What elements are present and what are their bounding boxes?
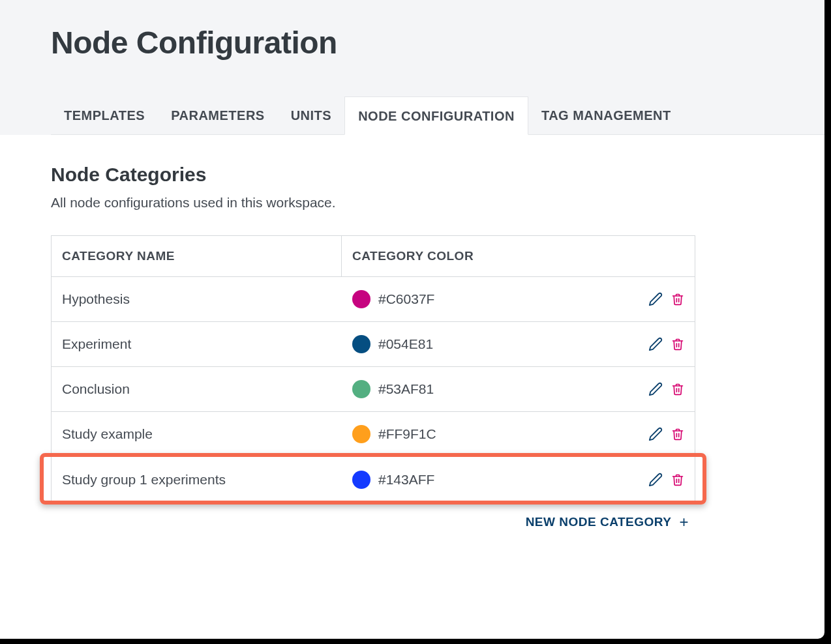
category-name: Study example (52, 426, 342, 442)
category-color: #143AFF (342, 471, 695, 489)
color-swatch (352, 425, 370, 443)
tabs: TEMPLATESPARAMETERSUNITSNODE CONFIGURATI… (51, 96, 824, 135)
delete-icon[interactable] (670, 381, 686, 397)
row-actions (648, 426, 686, 442)
row-actions (648, 381, 686, 397)
plus-icon: + (679, 514, 689, 530)
delete-icon[interactable] (670, 426, 686, 442)
color-hex-label: #FF9F1C (378, 426, 436, 442)
table-row: Study example#FF9F1C (52, 412, 695, 457)
color-swatch (352, 380, 370, 398)
delete-icon[interactable] (670, 472, 686, 488)
category-name: Hypothesis (52, 291, 342, 307)
color-hex-label: #143AFF (378, 472, 434, 488)
tab-tag-management[interactable]: TAG MANAGEMENT (528, 96, 684, 135)
row-actions (648, 291, 686, 307)
tab-parameters[interactable]: PARAMETERS (158, 96, 278, 135)
delete-icon[interactable] (670, 291, 686, 307)
table-header-row: CATEGORY NAME CATEGORY COLOR (52, 236, 695, 277)
edit-icon[interactable] (648, 426, 663, 442)
delete-icon[interactable] (670, 336, 686, 352)
edit-icon[interactable] (648, 336, 663, 352)
new-category-label: NEW NODE CATEGORY (526, 515, 672, 529)
category-color: #C6037F (342, 290, 695, 308)
category-name: Study group 1 experiments (52, 472, 342, 488)
color-hex-label: #53AF81 (378, 381, 434, 397)
tab-templates[interactable]: TEMPLATES (51, 96, 158, 135)
category-name: Experiment (52, 336, 342, 352)
table-row: Conclusion#53AF81 (52, 367, 695, 412)
category-color: #53AF81 (342, 380, 695, 398)
color-swatch (352, 471, 370, 489)
category-color: #054E81 (342, 335, 695, 353)
category-name: Conclusion (52, 381, 342, 397)
page-title: Node Configuration (51, 25, 824, 61)
edit-icon[interactable] (648, 381, 663, 397)
tab-node-configuration[interactable]: NODE CONFIGURATION (344, 96, 528, 135)
category-color: #FF9F1C (342, 425, 695, 443)
column-header-color: CATEGORY COLOR (342, 236, 695, 276)
color-hex-label: #054E81 (378, 336, 433, 352)
section-title: Node Categories (51, 164, 774, 186)
new-node-category-button[interactable]: NEW NODE CATEGORY + (51, 503, 695, 530)
row-actions (648, 336, 686, 352)
edit-icon[interactable] (648, 291, 663, 307)
row-actions (648, 472, 686, 488)
edit-icon[interactable] (648, 472, 663, 488)
column-header-name: CATEGORY NAME (52, 236, 342, 276)
table-row: Hypothesis#C6037F (52, 277, 695, 322)
table-row: Experiment#054E81 (52, 322, 695, 367)
section-description: All node configurations used in this wor… (51, 195, 774, 211)
table-row: Study group 1 experiments#143AFF (52, 457, 695, 502)
color-swatch (352, 335, 370, 353)
categories-table: CATEGORY NAME CATEGORY COLOR Hypothesis#… (51, 235, 695, 503)
color-hex-label: #C6037F (378, 291, 434, 307)
color-swatch (352, 290, 370, 308)
tab-units[interactable]: UNITS (278, 96, 345, 135)
